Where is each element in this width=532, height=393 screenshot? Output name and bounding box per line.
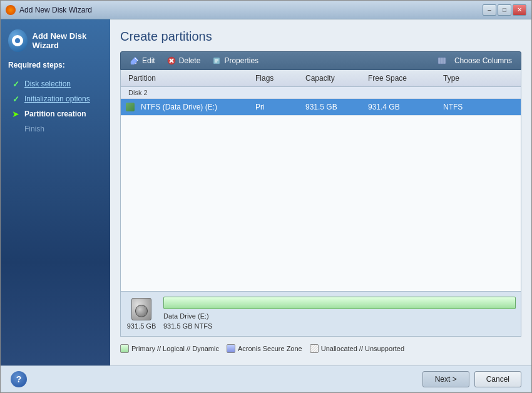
table-header: Partition Flags Capacity Free Space Type bbox=[121, 70, 521, 87]
disk-thumbnail: 931.5 GB bbox=[126, 298, 157, 330]
checkmark-icon-2: ✓ bbox=[11, 94, 21, 104]
disk-bar-area: Data Drive (E:) 931.5 GB NTFS bbox=[163, 297, 516, 331]
partition-icon bbox=[126, 103, 135, 111]
sidebar-label-finish: Finish bbox=[24, 125, 44, 133]
sidebar: Add New Disk Wizard Required steps: ✓ Di… bbox=[1, 19, 110, 365]
partition-legend: Primary // Logical // Dynamic Acronis Se… bbox=[120, 339, 521, 355]
disk-size-label: 931.5 GB bbox=[127, 322, 156, 330]
table-row[interactable]: NTFS (Data Drive) (E:) Pri 931.5 GB 931.… bbox=[121, 99, 521, 116]
next-label: Next > bbox=[435, 375, 457, 384]
partition-name-cell: NTFS (Data Drive) (E:) bbox=[126, 101, 253, 113]
sidebar-item-disk-selection[interactable]: ✓ Disk selection bbox=[8, 77, 103, 91]
sidebar-label-initialization[interactable]: Initialization options bbox=[24, 94, 90, 103]
col-header-extra bbox=[503, 73, 516, 84]
disk-drive-label: Data Drive (E:) bbox=[163, 312, 209, 320]
disk-image bbox=[131, 298, 151, 320]
col-header-freespace: Free Space bbox=[366, 73, 441, 84]
sidebar-item-initialization[interactable]: ✓ Initialization options bbox=[8, 92, 103, 106]
sidebar-label-partition-creation: Partition creation bbox=[24, 110, 86, 118]
col-header-partition: Partition bbox=[126, 73, 253, 84]
legend-label-unallocated: Unallocated // Unsupported bbox=[321, 345, 404, 352]
col-header-capacity: Capacity bbox=[303, 73, 366, 84]
checkmark-icon-1: ✓ bbox=[11, 79, 21, 89]
title-bar-left: Add New Disk Wizard bbox=[6, 5, 92, 15]
wizard-logo bbox=[8, 29, 28, 52]
window-title: Add New Disk Wizard bbox=[19, 6, 92, 14]
edit-label: Edit bbox=[142, 56, 155, 65]
legend-label-primary: Primary // Logical // Dynamic bbox=[131, 345, 219, 352]
sidebar-item-finish: Finish bbox=[8, 122, 103, 136]
legend-swatch-primary bbox=[120, 344, 129, 353]
empty-icon bbox=[11, 124, 21, 134]
partition-capacity: 931.5 GB bbox=[303, 101, 366, 113]
main-content: Add New Disk Wizard Required steps: ✓ Di… bbox=[1, 19, 531, 365]
partition-type: NTFS bbox=[441, 101, 503, 113]
wizard-header: Add New Disk Wizard bbox=[33, 31, 103, 50]
properties-icon bbox=[212, 56, 222, 66]
sidebar-required-label: Required steps: bbox=[8, 61, 103, 69]
help-button[interactable]: ? bbox=[11, 371, 27, 387]
content-area: Create partitions Edit bbox=[110, 19, 531, 365]
legend-primary: Primary // Logical // Dynamic bbox=[120, 344, 219, 353]
title-bar: Add New Disk Wizard – □ ✕ bbox=[1, 1, 531, 19]
legend-swatch-acronis bbox=[227, 344, 235, 353]
delete-button[interactable]: Delete bbox=[161, 54, 206, 68]
choose-columns-label: Choose Columns bbox=[454, 56, 512, 65]
partition-flags: Pri bbox=[253, 101, 303, 113]
svg-marker-1 bbox=[131, 57, 138, 64]
legend-acronis: Acronis Secure Zone bbox=[227, 344, 302, 353]
properties-label: Properties bbox=[224, 56, 258, 65]
page-title: Create partitions bbox=[120, 29, 521, 44]
choose-columns-button[interactable]: Choose Columns bbox=[449, 54, 517, 67]
arrow-icon: ➤ bbox=[11, 109, 21, 119]
minimize-button[interactable]: – bbox=[483, 4, 496, 16]
bottom-bar: ? Next > Cancel bbox=[1, 365, 531, 392]
disk-capacity-bar bbox=[163, 297, 516, 309]
disk-drive-detail: 931.5 GB NTFS bbox=[163, 322, 212, 330]
partition-table: Partition Flags Capacity Free Space Type… bbox=[120, 70, 521, 292]
col-header-flags: Flags bbox=[253, 73, 303, 84]
legend-swatch-unallocated bbox=[310, 344, 319, 353]
maximize-button[interactable]: □ bbox=[498, 4, 511, 16]
toolbar-right: Choose Columns bbox=[437, 54, 517, 67]
sidebar-item-partition-creation: ➤ Partition creation bbox=[8, 107, 103, 121]
table-body: Disk 2 NTFS (Data Drive) (E:) Pri 931.5 … bbox=[121, 87, 521, 291]
disk-info: Data Drive (E:) 931.5 GB NTFS bbox=[163, 312, 516, 331]
svg-rect-10 bbox=[438, 58, 446, 64]
sidebar-label-disk-selection[interactable]: Disk selection bbox=[24, 79, 71, 88]
col-header-type: Type bbox=[441, 73, 503, 84]
app-icon bbox=[6, 5, 16, 15]
partition-toolbar: Edit Delete bbox=[120, 51, 521, 70]
legend-unallocated: Unallocated // Unsupported bbox=[310, 344, 404, 353]
disk-visual-area: 931.5 GB Data Drive (E:) 931.5 GB NTFS bbox=[120, 292, 521, 337]
disk-group-label: Disk 2 bbox=[121, 87, 521, 99]
close-button[interactable]: ✕ bbox=[513, 4, 526, 16]
edit-icon bbox=[130, 56, 140, 66]
edit-button[interactable]: Edit bbox=[125, 54, 160, 68]
columns-icon bbox=[437, 56, 447, 66]
partition-name: NTFS (Data Drive) (E:) bbox=[138, 101, 220, 113]
properties-button[interactable]: Properties bbox=[207, 54, 263, 68]
cancel-label: Cancel bbox=[486, 375, 509, 384]
partition-extra bbox=[503, 106, 516, 108]
cancel-button[interactable]: Cancel bbox=[474, 371, 521, 387]
delete-icon bbox=[166, 56, 176, 66]
next-button[interactable]: Next > bbox=[422, 371, 469, 387]
wizard-window: Add New Disk Wizard – □ ✕ Add New Disk W… bbox=[0, 0, 532, 393]
partition-freespace: 931.4 GB bbox=[366, 101, 441, 113]
legend-label-acronis: Acronis Secure Zone bbox=[238, 345, 302, 352]
delete-label: Delete bbox=[179, 56, 201, 65]
window-controls: – □ ✕ bbox=[483, 4, 526, 16]
